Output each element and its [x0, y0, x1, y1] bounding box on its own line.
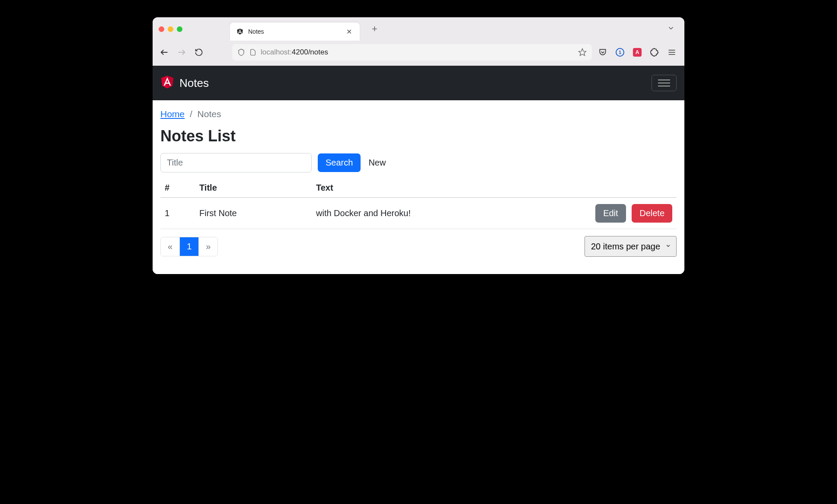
url-path: 4200/notes: [292, 48, 328, 56]
page-size-select[interactable]: 20 items per page: [585, 236, 677, 257]
cell-id: 1: [160, 198, 195, 229]
url-bar: localhost:4200/notes 1 A: [153, 41, 684, 66]
app-navbar: Notes: [153, 66, 684, 100]
title-search-input[interactable]: [160, 153, 312, 172]
angular-favicon-icon: [236, 28, 244, 35]
page-1[interactable]: 1: [180, 237, 199, 256]
breadcrumb-home-link[interactable]: Home: [160, 109, 185, 119]
page-prev[interactable]: «: [161, 237, 180, 256]
browser-chrome: Notes ✕ +: [153, 17, 684, 66]
brand-text: Notes: [179, 77, 209, 90]
page-size-select-wrap: 20 items per page: [585, 236, 677, 257]
traffic-lights: [159, 26, 182, 32]
shield-icon[interactable]: [237, 48, 245, 56]
forward-button[interactable]: [176, 47, 187, 58]
page-next[interactable]: »: [199, 237, 217, 256]
breadcrumb-current: Notes: [198, 109, 221, 119]
page-info-icon[interactable]: [249, 49, 256, 56]
navbar-toggle-button[interactable]: [652, 75, 677, 91]
pocket-icon[interactable]: [598, 48, 607, 57]
browser-tab[interactable]: Notes ✕: [230, 22, 360, 41]
toolbar-icons: 1 A: [598, 48, 678, 57]
col-header-title: Title: [195, 179, 312, 198]
angular-logo-icon: [160, 75, 174, 91]
extensions-icon[interactable]: [650, 48, 659, 57]
pagination: « 1 »: [160, 237, 218, 256]
app-menu-icon[interactable]: [667, 48, 677, 57]
back-button[interactable]: [159, 47, 170, 58]
delete-button[interactable]: Delete: [632, 204, 672, 223]
url-field[interactable]: localhost:4200/notes: [232, 44, 592, 61]
page-title: Notes List: [160, 127, 677, 145]
bookmark-star-icon[interactable]: [578, 48, 587, 57]
window-maximize-button[interactable]: [177, 26, 182, 32]
cell-title: First Note: [195, 198, 312, 229]
new-tab-button[interactable]: +: [368, 22, 381, 36]
search-button[interactable]: Search: [318, 153, 361, 172]
notes-table: # Title Text 1 First Note with Docker an…: [160, 179, 677, 229]
url-host-muted: localhost:: [261, 48, 292, 56]
cell-actions: Edit Delete: [508, 198, 677, 229]
tab-bar: Notes ✕ +: [153, 17, 684, 41]
tabs-menu-icon[interactable]: [664, 22, 678, 35]
reload-button[interactable]: [193, 47, 204, 58]
table-footer: « 1 » 20 items per page: [160, 236, 677, 257]
window-close-button[interactable]: [159, 26, 164, 32]
angular-extension-icon[interactable]: A: [633, 48, 642, 57]
breadcrumb-separator: /: [190, 109, 192, 119]
tab-title: Notes: [248, 28, 340, 35]
tab-close-icon[interactable]: ✕: [345, 28, 354, 36]
window-minimize-button[interactable]: [168, 26, 173, 32]
page-content: Home / Notes Notes List Search New # Tit…: [153, 100, 684, 274]
breadcrumb: Home / Notes: [160, 109, 677, 119]
search-row: Search New: [160, 153, 677, 172]
url-text: localhost:4200/notes: [261, 48, 574, 57]
edit-button[interactable]: Edit: [595, 204, 626, 223]
browser-window: Notes ✕ +: [153, 17, 684, 274]
col-header-id: #: [160, 179, 195, 198]
col-header-text: Text: [312, 179, 508, 198]
cell-text: with Docker and Heroku!: [312, 198, 508, 229]
brand[interactable]: Notes: [160, 75, 209, 91]
svg-marker-2: [579, 49, 586, 56]
table-row: 1 First Note with Docker and Heroku! Edi…: [160, 198, 677, 229]
onepassword-icon[interactable]: 1: [615, 48, 625, 57]
new-button[interactable]: New: [367, 153, 387, 172]
